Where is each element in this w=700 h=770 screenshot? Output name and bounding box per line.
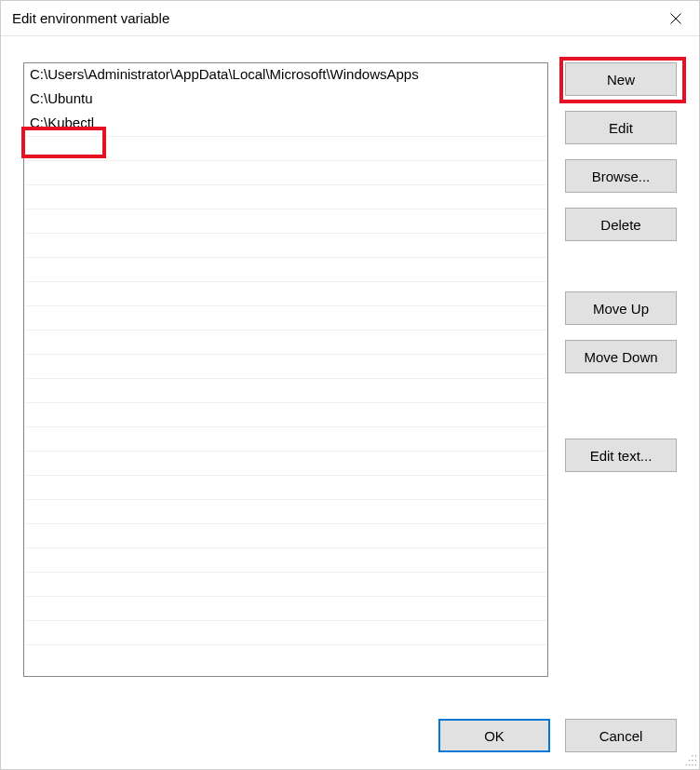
list-empty-row[interactable] (24, 547, 547, 572)
main-row: C:\Users\Administrator\AppData\Local\Mic… (23, 62, 677, 677)
window-title: Edit environment variable (12, 10, 169, 26)
path-listbox[interactable]: C:\Users\Administrator\AppData\Local\Mic… (23, 62, 548, 677)
close-button[interactable] (653, 1, 699, 36)
list-empty-row[interactable] (24, 209, 547, 233)
list-empty-row[interactable] (24, 499, 547, 523)
delete-button[interactable]: Delete (565, 208, 677, 241)
list-empty-row[interactable] (24, 281, 547, 305)
list-empty-row[interactable] (24, 572, 547, 596)
list-empty-row[interactable] (24, 426, 547, 451)
list-empty-row[interactable] (24, 402, 547, 426)
ok-button[interactable]: OK (438, 719, 550, 752)
list-empty-row[interactable] (24, 378, 547, 402)
edit-text-button[interactable]: Edit text... (565, 439, 677, 472)
side-button-column: New Edit Browse... Delete Move Up Move D… (565, 62, 677, 677)
spacer (565, 388, 677, 424)
list-empty-row[interactable] (24, 233, 547, 257)
list-item[interactable]: C:\Ubuntu (24, 88, 547, 112)
move-up-button[interactable]: Move Up (565, 291, 677, 325)
list-empty-row[interactable] (24, 257, 547, 281)
close-icon (670, 13, 681, 24)
list-item[interactable]: C:\Users\Administrator\AppData\Local\Mic… (24, 63, 547, 88)
list-empty-row[interactable] (24, 136, 547, 160)
move-down-button[interactable]: Move Down (565, 340, 677, 373)
cancel-button[interactable]: Cancel (565, 719, 677, 752)
new-button[interactable]: New (565, 62, 677, 96)
list-empty-row[interactable] (24, 475, 547, 499)
edit-button[interactable]: Edit (565, 111, 677, 144)
dialog-content: C:\Users\Administrator\AppData\Local\Mic… (1, 36, 699, 769)
list-empty-row[interactable] (24, 330, 547, 354)
list-empty-row[interactable] (24, 305, 547, 330)
list-empty-row[interactable] (24, 184, 547, 209)
list-empty-row[interactable] (24, 451, 547, 475)
browse-button[interactable]: Browse... (565, 159, 677, 193)
list-empty-row[interactable] (24, 644, 547, 669)
list-empty-row[interactable] (24, 160, 547, 184)
bottom-button-row: OK Cancel (438, 719, 677, 752)
spacer (565, 256, 677, 277)
list-empty-row[interactable] (24, 354, 547, 378)
titlebar: Edit environment variable (1, 1, 699, 36)
list-empty-row[interactable] (24, 523, 547, 547)
list-item[interactable]: C:\Kubectl (24, 112, 547, 136)
list-empty-row[interactable] (24, 620, 547, 644)
list-empty-row[interactable] (24, 596, 547, 620)
